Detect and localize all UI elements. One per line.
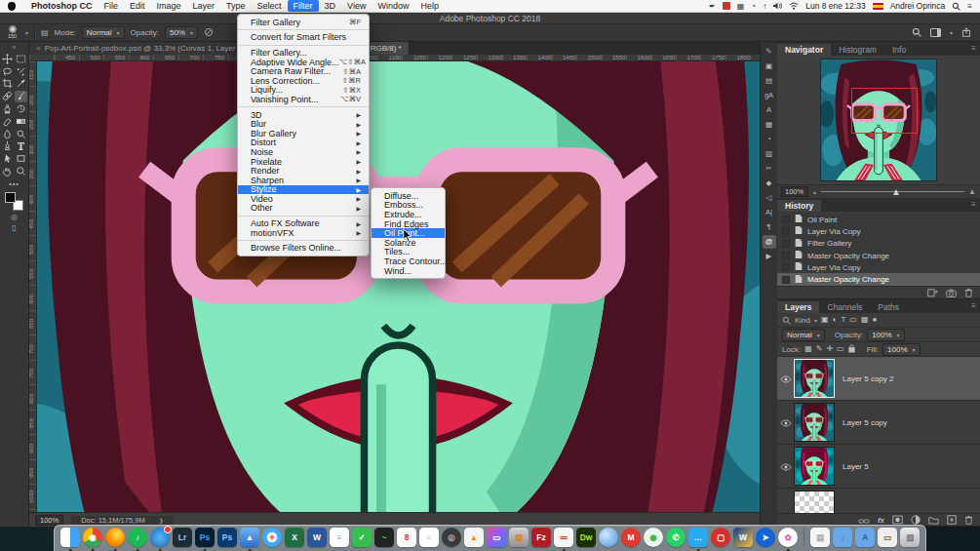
screen-mode-icon[interactable]: ▯ <box>12 224 16 232</box>
layer-visibility-toggle[interactable] <box>777 413 795 431</box>
filter-menu-item-3d[interactable]: 3D▶ <box>238 110 369 120</box>
navigator-view-box[interactable] <box>851 88 918 134</box>
eraser-tool[interactable] <box>1 115 14 127</box>
spot-healing-tool[interactable] <box>1 91 14 102</box>
marquee-tool[interactable] <box>15 53 27 64</box>
wifi-icon[interactable] <box>789 2 799 10</box>
close-tab-icon[interactable]: × <box>36 44 41 53</box>
history-source-checkbox[interactable] <box>782 263 790 271</box>
dock-icon-activity-monitor[interactable]: ~ <box>374 528 394 547</box>
layer-thumbnail[interactable] <box>795 404 834 441</box>
stylize-item-oil-paint[interactable]: Oil Paint... <box>372 228 445 238</box>
stylize-item-wind[interactable]: Wind... <box>372 266 445 276</box>
search-icon[interactable] <box>912 27 921 39</box>
filter-smart-objects-icon[interactable]: ▦ <box>861 316 869 324</box>
filter-menu-item-filter-gallery[interactable]: Filter Gallery... <box>238 48 369 58</box>
menubar-item-view[interactable]: View <box>341 0 372 12</box>
menubar-item-filter[interactable]: Filter <box>288 0 319 12</box>
dock-icon-photos[interactable]: ✿ <box>778 528 798 547</box>
paragraph-panel-icon[interactable]: ¶ <box>763 220 776 234</box>
layer-row-layer-5-copy-2[interactable]: Layer 5 copy 2 <box>777 357 980 401</box>
history-source-checkbox[interactable] <box>782 216 790 223</box>
brush-preset-picker[interactable]: 150 <box>5 25 20 40</box>
zoom-in-icon[interactable]: ▲ <box>968 187 976 196</box>
history-source-checkbox[interactable] <box>782 276 790 284</box>
layer-row-layer-5[interactable]: Layer 5 <box>777 445 980 489</box>
canvas[interactable] <box>37 61 760 512</box>
dock-icon-notes[interactable]: ≡ <box>419 528 439 547</box>
history-panel-menu-icon[interactable]: ≡ <box>971 200 976 209</box>
edit-toolbar-icon[interactable]: ••• <box>9 180 19 187</box>
clone-source-panel-icon[interactable]: ▣ <box>763 59 776 73</box>
dock-icon-red-tv-app[interactable]: ▢ <box>711 528 730 547</box>
libraries-panel-icon[interactable]: ▦ <box>763 118 776 132</box>
dock-icon-final-cut[interactable]: ▭ <box>487 528 506 547</box>
layer-style-icon[interactable]: fx <box>878 516 884 525</box>
filter-pixel-layers-icon[interactable]: ▣ <box>821 316 829 324</box>
dock-icon-google-earth[interactable] <box>599 528 618 547</box>
tab-navigator[interactable]: Navigator <box>777 44 831 56</box>
display-status-icon[interactable]: ▦ <box>737 2 745 11</box>
status-zoom-field[interactable]: 100% <box>35 515 63 526</box>
dock-icon-fingerprint-app[interactable]: ◉ <box>644 528 663 547</box>
navigator-panel-menu-icon[interactable]: ≡ <box>971 44 976 53</box>
zoom-out-icon[interactable]: ▲ <box>812 189 817 195</box>
history-state-layer-via-copy[interactable]: Layer Via Copy <box>777 225 980 237</box>
move-tool[interactable] <box>1 53 14 64</box>
filter-menu-item-other[interactable]: Other▶ <box>238 204 369 214</box>
filter-menu-item-blur[interactable]: Blur▶ <box>238 119 369 129</box>
info-panel-icon[interactable]: ▥ <box>763 147 776 161</box>
menubar-item-image[interactable]: Image <box>151 0 187 12</box>
character-panel-icon[interactable]: A| <box>763 206 776 219</box>
dock-icon-photoshop-alt[interactable]: Ps <box>217 528 237 547</box>
brush-tool[interactable] <box>15 91 27 102</box>
dock-icon-maps[interactable]: ➤ <box>756 528 775 547</box>
lock-all-icon[interactable] <box>848 344 855 355</box>
filter-menu-item-noise[interactable]: Noise▶ <box>238 147 369 157</box>
filter-menu-item-liquify[interactable]: Liquify...⇧⌘X <box>238 86 369 96</box>
filter-menu-item-motionvfx[interactable]: motionVFX▶ <box>238 228 369 238</box>
menubar-item-layer[interactable]: Layer <box>187 0 221 12</box>
navigator-zoom-slider[interactable] <box>821 191 964 192</box>
styles-panel-icon[interactable]: A <box>763 103 776 117</box>
dock-icon-spotify[interactable]: ♪ <box>128 528 147 547</box>
filter-menu-item-render[interactable]: Render▶ <box>238 166 369 176</box>
glyphs-panel-icon[interactable]: gA <box>763 89 776 102</box>
layer-thumbnail[interactable] <box>795 492 834 513</box>
lock-move-icon[interactable]: ✛ <box>826 345 833 353</box>
volume-icon[interactable] <box>773 2 782 10</box>
audio-panel-icon[interactable]: ◁ <box>763 191 776 205</box>
history-state-layer-via-copy[interactable]: Layer Via Copy <box>777 261 980 273</box>
layers-panel-menu-icon[interactable]: ≡ <box>971 301 976 310</box>
history-state-master-opacity-change[interactable]: Master Opacity Change <box>777 250 980 261</box>
filter-menu-item-camera-raw-filter[interactable]: Camera Raw Filter...⇧⌘A <box>238 66 369 76</box>
history-source-checkbox[interactable] <box>782 227 790 235</box>
dock-icon-green-editor[interactable]: ✓ <box>352 528 372 547</box>
dock-icon-lightroom[interactable]: Lr <box>173 528 192 547</box>
pen-status-icon[interactable]: ✒ <box>709 2 716 11</box>
brush-settings-panel-icon[interactable]: ✎ <box>763 45 776 59</box>
spotlight-search-icon[interactable] <box>952 2 960 11</box>
dock-icon-messages[interactable]: … <box>688 528 708 547</box>
recording-status-icon[interactable] <box>723 2 730 10</box>
tool-presets-panel-icon[interactable]: ✂ <box>763 162 776 176</box>
layer-visibility-toggle[interactable] <box>777 370 795 387</box>
stylize-item-emboss[interactable]: Emboss... <box>372 201 445 211</box>
history-source-checkbox[interactable] <box>782 252 790 259</box>
zoom-tool[interactable] <box>15 166 27 177</box>
foreground-color-swatch[interactable] <box>5 192 16 203</box>
filter-menu-item-vanishing-point[interactable]: Vanishing Point...⌥⌘V <box>238 95 369 104</box>
filter-menu-item-auto-fx-software[interactable]: Auto FX Software▶ <box>238 218 369 228</box>
dock-icon-dvd-player[interactable]: ◎ <box>442 528 461 547</box>
status-chevron-icon[interactable]: ❯ <box>159 517 164 524</box>
stylize-item-extrude[interactable]: Extrude... <box>372 210 445 219</box>
time-machine-icon[interactable]: ◔ <box>751 2 756 11</box>
3d-panel-icon[interactable]: ◆ <box>763 177 776 190</box>
dock-icon-filezilla[interactable]: Fz <box>531 528 551 547</box>
lasso-tool[interactable] <box>1 65 14 77</box>
dock-icon-trash[interactable]: ▥ <box>900 528 920 547</box>
lock-transparency-icon[interactable]: ▦ <box>804 345 812 353</box>
shape-tool[interactable] <box>15 153 27 165</box>
tab-info[interactable]: Info <box>884 44 914 56</box>
menubar-item-type[interactable]: Type <box>220 0 252 12</box>
